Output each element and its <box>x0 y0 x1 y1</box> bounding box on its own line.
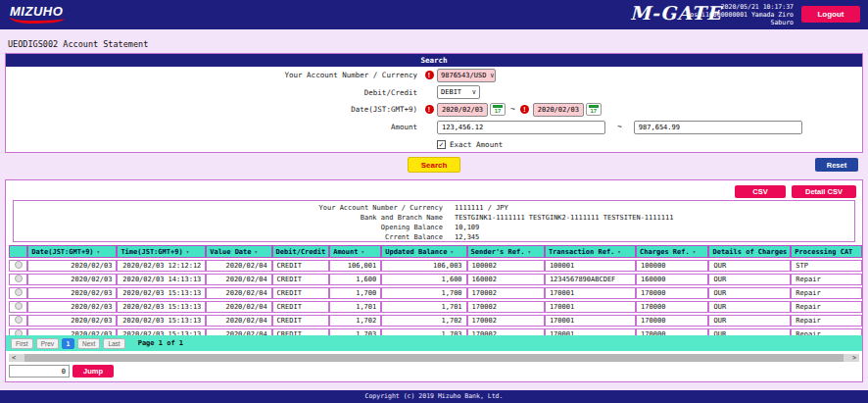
cell-amount: 106,001 <box>329 260 381 272</box>
row-select-cell <box>9 315 27 327</box>
date-to-input[interactable] <box>533 103 584 117</box>
cell-time: 2020/02/03 14:13:13 <box>117 274 206 285</box>
column-header-debit-credit[interactable]: Debit/Credit <box>272 245 330 258</box>
current-page-button[interactable]: 1 <box>62 338 74 349</box>
last-page-button[interactable]: Last <box>103 338 124 349</box>
table-row: 2020/02/032020/02/03 15:13:132020/02/04C… <box>9 287 862 299</box>
chevron-down-icon: ∨ <box>472 88 476 96</box>
row-radio-button[interactable] <box>15 288 23 296</box>
row-radio-button[interactable] <box>15 302 23 310</box>
required-icon: ! <box>520 105 529 114</box>
sort-icon[interactable]: ▾ <box>255 248 259 255</box>
table-row: 2020/02/032020/02/03 15:13:132020/02/04C… <box>9 315 862 327</box>
calendar-icon[interactable]: 17 <box>586 103 602 116</box>
column-label: Transaction Ref. <box>549 248 614 256</box>
sort-icon[interactable]: ▾ <box>527 248 531 255</box>
cell-processing-cat: Repair <box>791 315 862 327</box>
session-info: 2020/05/21 10:17:37 yoshi10000000001 Yam… <box>686 3 794 26</box>
column-header-value-date[interactable]: Value Date▾ <box>206 245 271 258</box>
amount-label: Amount <box>6 123 421 131</box>
account-statement-page: MIZUHO M-GATE 2020/05/21 10:17:37 yoshi1… <box>0 0 868 403</box>
cell-date: 2020/02/03 <box>27 301 117 313</box>
page-title: UEODIGS002 Account Statement <box>8 39 148 49</box>
column-header-updated-balance[interactable]: Updated Balance▾ <box>381 245 466 258</box>
first-page-button[interactable]: First <box>11 338 33 349</box>
cell-date: 2020/02/03 <box>27 287 117 299</box>
cell-value-date: 2020/02/04 <box>206 274 271 285</box>
scrollbar-thumb[interactable] <box>24 354 844 362</box>
summary-current-balance-label: Crrent Balance <box>14 233 443 241</box>
exact-amount-checkbox[interactable]: ✓ <box>437 140 446 149</box>
sort-icon[interactable]: ▾ <box>97 248 101 255</box>
reset-button[interactable]: Reset <box>815 158 858 172</box>
row-select-cell <box>9 260 27 272</box>
column-header-senders-ref[interactable]: Sender's Ref.▾ <box>467 245 545 258</box>
csv-button[interactable]: CSV <box>735 185 786 198</box>
scrollbar-track[interactable] <box>19 354 849 362</box>
column-label: Value Date <box>210 248 251 256</box>
date-from-input[interactable] <box>437 103 488 117</box>
sort-icon[interactable]: ▾ <box>693 248 697 255</box>
column-header-time[interactable]: Time(JST:GMT+9)▾ <box>117 245 206 258</box>
amount-from-input[interactable] <box>437 121 605 134</box>
detail-csv-button[interactable]: Detail CSV <box>792 185 856 198</box>
cell-time: 2020/02/03 15:13:13 <box>117 301 206 313</box>
summary-row: Opening Balance 10,109 <box>14 223 854 232</box>
cell-debit-credit: CREDIT <box>272 287 330 299</box>
calendar-icon[interactable]: 17 <box>490 103 506 116</box>
sort-icon[interactable]: ▾ <box>450 248 454 255</box>
cell-transaction-ref: 170001 <box>545 301 636 313</box>
column-header-date[interactable]: Date(JST:GMT+9)▾ <box>27 245 117 258</box>
csv-actions: CSV Detail CSV <box>735 185 856 198</box>
amount-to-input[interactable] <box>634 121 802 134</box>
cell-charges-ref: 100000 <box>636 260 708 272</box>
logout-button[interactable]: Logout <box>801 6 860 23</box>
cell-debit-credit: CREDIT <box>272 260 330 272</box>
summary-row: Your Account Number / Currency 1111111 /… <box>14 203 854 213</box>
cell-value-date: 2020/02/04 <box>206 315 271 327</box>
column-header-details-of-charges[interactable]: Details of Charges <box>708 245 791 258</box>
column-header-transaction-ref[interactable]: Transaction Ref.▾ <box>545 245 636 258</box>
cell-time: 2020/02/03 15:13:13 <box>117 315 206 327</box>
debit-credit-select[interactable]: DEBIT ∨ <box>437 85 480 99</box>
cell-amount: 1,600 <box>329 274 381 285</box>
jump-button[interactable]: Jump <box>72 365 114 378</box>
summary-account-value: 1111111 / JPY <box>443 204 508 212</box>
cell-amount: 1,700 <box>329 287 381 299</box>
prev-page-button[interactable]: Prev <box>36 338 59 349</box>
scroll-right-icon[interactable]: > <box>849 354 859 362</box>
column-header-amount[interactable]: Amount▾ <box>329 245 381 258</box>
row-radio-button[interactable] <box>15 261 23 269</box>
summary-opening-balance-label: Opening Balance <box>14 224 443 231</box>
amount-range-tilde: ~ <box>617 123 622 131</box>
cell-details-of-charges: OUR <box>708 260 791 272</box>
summary-current-balance-value: 12,345 <box>443 233 479 241</box>
cell-senders-ref: 170002 <box>467 287 545 299</box>
sort-icon[interactable]: ▾ <box>186 248 190 255</box>
mizuho-logo: MIZUHO <box>10 4 65 24</box>
scroll-left-icon[interactable]: < <box>9 354 19 362</box>
search-button[interactable]: Search <box>408 157 460 173</box>
row-select-cell <box>9 287 27 299</box>
column-label: Date(JST:GMT+9) <box>31 248 93 256</box>
cell-amount: 1,701 <box>329 301 381 313</box>
page-info: Page 1 of 1 <box>138 339 183 347</box>
horizontal-scrollbar: < > <box>9 354 859 362</box>
column-header-charges-ref[interactable]: Charges Ref.▾ <box>636 245 708 258</box>
row-radio-button[interactable] <box>15 275 23 282</box>
next-page-button[interactable]: Next <box>77 338 100 349</box>
account-currency-select[interactable]: 9876543/USD ∨ <box>437 69 496 82</box>
column-header-processing-cat[interactable]: Processing CAT <box>791 245 862 258</box>
jump-page-input[interactable] <box>9 365 70 378</box>
cell-date: 2020/02/03 <box>27 315 117 327</box>
top-header-bar: MIZUHO M-GATE 2020/05/21 10:17:37 yoshi1… <box>0 0 868 29</box>
cell-transaction-ref: 1234567890ABCDEF <box>545 274 636 285</box>
column-label: Amount <box>333 248 358 256</box>
account-currency-label: Your Account Number / Currency <box>6 71 421 79</box>
row-radio-button[interactable] <box>15 316 23 324</box>
sort-icon[interactable]: ▾ <box>617 248 621 255</box>
cell-updated-balance: 1,700 <box>381 287 466 299</box>
results-panel: CSV Detail CSV Your Account Number / Cur… <box>5 179 863 382</box>
form-row-debit-credit: Debit/Credit DEBIT ∨ <box>6 84 862 102</box>
sort-icon[interactable]: ▾ <box>361 248 364 255</box>
